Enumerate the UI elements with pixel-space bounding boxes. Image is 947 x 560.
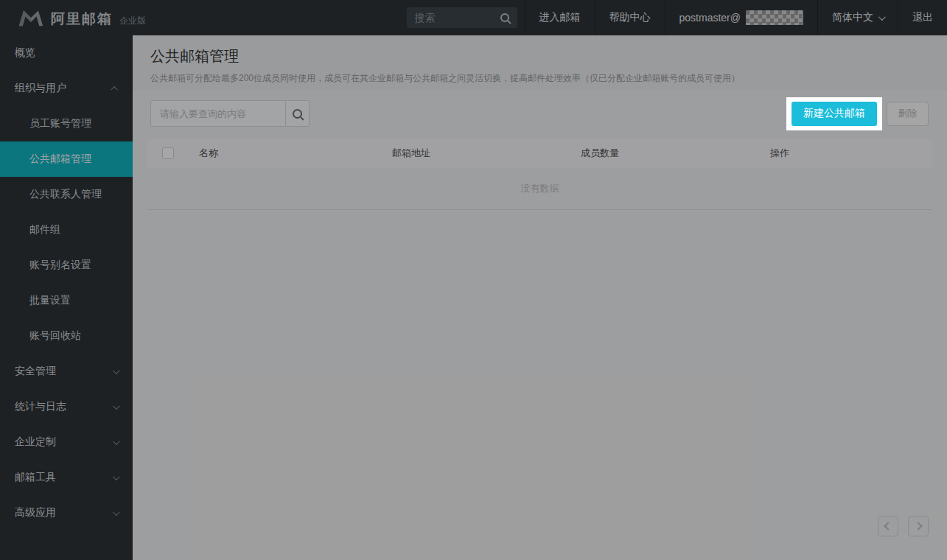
sidebar-item-employee-accounts[interactable]: 员工账号管理 <box>0 106 133 141</box>
search-icon <box>293 109 302 119</box>
topbar-search-box[interactable] <box>407 7 517 28</box>
query-search-button[interactable] <box>286 100 310 127</box>
sidebar-item-label: 组织与用户 <box>15 82 66 95</box>
language-label: 简体中文 <box>832 11 873 24</box>
page-description: 公共邮箱可分配给最多200位成员同时使用，成员可在其企业邮箱与公共邮箱之间灵活切… <box>150 72 929 85</box>
enter-mailbox-button[interactable]: 进入邮箱 <box>525 0 595 35</box>
account-label: postmaster@ <box>679 12 741 24</box>
public-mailbox-table: 名称 邮箱地址 成员数量 操作 没有数据 <box>147 139 932 210</box>
toolbar: 新建公共邮箱 删除 <box>150 100 929 127</box>
help-center-button[interactable]: 帮助中心 <box>595 0 665 35</box>
sidebar: 概览 组织与用户 员工账号管理 公共邮箱管理 公共联系人管理 邮件组 账号别名设… <box>0 35 133 560</box>
pagination-next-button[interactable] <box>908 516 929 536</box>
topbar-nav: 进入邮箱 帮助中心 postmaster@ 简体中文 退出 <box>525 0 947 35</box>
query-search-group <box>150 100 310 127</box>
sidebar-item-enterprise-custom[interactable]: 企业定制 <box>0 424 133 460</box>
sidebar-item-label: 企业定制 <box>15 435 56 449</box>
topbar-search-input[interactable] <box>415 12 495 24</box>
chevron-down-icon <box>113 402 120 410</box>
chevron-down-icon <box>113 438 120 445</box>
alimail-logo: 阿里邮箱 企业版 <box>0 9 146 27</box>
sidebar-item-account-alias[interactable]: 账号别名设置 <box>0 248 133 283</box>
column-header-address: 邮箱地址 <box>392 147 581 160</box>
logout-button[interactable]: 退出 <box>898 0 947 35</box>
sidebar-item-public-mailbox[interactable]: 公共邮箱管理 <box>0 141 133 177</box>
chevron-left-icon <box>884 522 892 530</box>
sidebar-item-label: 批量设置 <box>29 294 71 307</box>
help-center-label: 帮助中心 <box>609 11 651 24</box>
sidebar-item-label: 公共联系人管理 <box>29 188 102 201</box>
sidebar-item-public-contacts[interactable]: 公共联系人管理 <box>0 177 133 212</box>
search-icon[interactable] <box>500 13 509 22</box>
logo-text: 阿里邮箱 <box>51 10 113 27</box>
toolbar-actions: 新建公共邮箱 删除 <box>786 97 929 130</box>
sidebar-item-account-recycle[interactable]: 账号回收站 <box>0 318 133 354</box>
sidebar-item-label: 安全管理 <box>15 365 56 378</box>
chevron-down-icon <box>113 473 120 480</box>
topbar: 阿里邮箱 企业版 进入邮箱 帮助中心 postmaster@ 简体中文 退出 <box>0 0 947 35</box>
table-header-row: 名称 邮箱地址 成员数量 操作 <box>147 139 932 168</box>
sidebar-item-label: 高级应用 <box>15 506 56 519</box>
sidebar-item-overview[interactable]: 概览 <box>0 35 133 71</box>
chevron-down-icon <box>113 508 120 516</box>
column-header-member-count: 成员数量 <box>581 147 770 160</box>
table-empty-state: 没有数据 <box>147 168 932 210</box>
chevron-right-icon <box>914 522 922 530</box>
sidebar-item-label: 账号别名设置 <box>29 259 91 272</box>
sidebar-item-label: 邮件组 <box>29 223 60 237</box>
sidebar-item-label: 统计与日志 <box>15 400 66 413</box>
main-content: 公共邮箱管理 公共邮箱可分配给最多200位成员同时使用，成员可在其企业邮箱与公共… <box>133 35 947 560</box>
redacted-account-domain <box>746 10 803 25</box>
sidebar-item-mail-groups[interactable]: 邮件组 <box>0 212 133 248</box>
pagination <box>878 516 929 536</box>
sidebar-item-stats-logs[interactable]: 统计与日志 <box>0 389 133 424</box>
create-public-mailbox-button[interactable]: 新建公共邮箱 <box>792 102 877 126</box>
sidebar-item-label: 概览 <box>15 46 35 60</box>
sidebar-item-label: 邮箱工具 <box>15 471 56 484</box>
spotlight-highlight-box: 新建公共邮箱 <box>786 97 882 130</box>
sidebar-item-security[interactable]: 安全管理 <box>0 354 133 389</box>
logo-edition-badge: 企业版 <box>119 14 146 27</box>
logout-label: 退出 <box>912 11 933 24</box>
delete-button[interactable]: 删除 <box>887 102 929 126</box>
sidebar-item-org-users[interactable]: 组织与用户 <box>0 71 133 106</box>
account-menu[interactable]: postmaster@ <box>665 0 817 35</box>
sidebar-item-label: 员工账号管理 <box>29 117 91 130</box>
page-title: 公共邮箱管理 <box>150 46 929 66</box>
chevron-down-icon <box>878 13 886 21</box>
sidebar-item-batch-settings[interactable]: 批量设置 <box>0 283 133 318</box>
query-input[interactable] <box>150 100 286 127</box>
column-header-name: 名称 <box>199 147 392 160</box>
column-header-actions: 操作 <box>770 147 932 160</box>
sidebar-item-label: 账号回收站 <box>29 329 81 343</box>
alimail-m-logo-icon <box>18 9 44 27</box>
chevron-down-icon <box>113 367 120 374</box>
enter-mailbox-label: 进入邮箱 <box>539 11 581 24</box>
pagination-prev-button[interactable] <box>878 516 898 536</box>
sidebar-item-advanced-apps[interactable]: 高级应用 <box>0 495 133 531</box>
sidebar-item-label: 公共邮箱管理 <box>29 153 91 166</box>
page-header: 公共邮箱管理 公共邮箱可分配给最多200位成员同时使用，成员可在其企业邮箱与公共… <box>133 35 947 91</box>
language-menu[interactable]: 简体中文 <box>817 0 898 35</box>
chevron-up-icon <box>111 85 118 93</box>
select-all-checkbox[interactable] <box>162 147 174 159</box>
sidebar-item-mailbox-tools[interactable]: 邮箱工具 <box>0 460 133 495</box>
